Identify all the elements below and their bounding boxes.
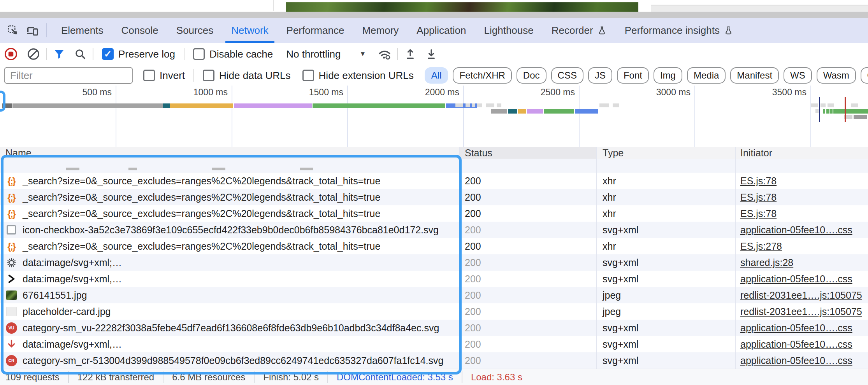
table-row[interactable]: data:image/svg+xml,…200svg+xmlapplicatio… xyxy=(0,271,868,287)
column-header-initiator[interactable]: Initiator xyxy=(740,147,772,159)
waterfall-segment xyxy=(575,109,598,114)
tab-application[interactable]: Application xyxy=(408,18,475,43)
filter-pill-media[interactable]: Media xyxy=(687,67,726,84)
filter-pill-all[interactable]: All xyxy=(425,67,448,84)
timeline-gridline xyxy=(347,86,348,147)
column-header-type[interactable]: Type xyxy=(603,147,624,159)
disable-cache-checkbox[interactable] xyxy=(193,48,205,60)
table-row[interactable]: _search?size=0&_source_excludes=ranges%2… xyxy=(0,173,868,189)
filter-pill-js[interactable]: JS xyxy=(588,67,612,84)
initiator-link[interactable]: ES.js:78 xyxy=(740,192,777,203)
filter-toggle-button[interactable] xyxy=(51,46,67,62)
tab-sources[interactable]: Sources xyxy=(167,18,222,43)
network-toolbar: Preserve log Disable cache No throttling… xyxy=(0,43,868,66)
filter-pill-wasm[interactable]: Wasm xyxy=(817,67,856,84)
network-conditions-button[interactable] xyxy=(377,46,392,62)
table-row[interactable]: placeholder-card.jpg200jpegredlist-2031e… xyxy=(0,303,868,320)
tab-network[interactable]: Network xyxy=(222,18,277,43)
request-status: 200 xyxy=(465,336,481,352)
initiator-link[interactable]: application-05fee10….css xyxy=(740,322,852,334)
dcl-marker-line xyxy=(819,97,820,122)
initiator-link[interactable]: ES.js:78 xyxy=(740,208,777,219)
import-har-button[interactable] xyxy=(402,46,418,62)
table-row[interactable]: _search?size=0&_source_excludes=ranges%2… xyxy=(0,205,868,222)
request-status: 200 xyxy=(465,271,481,287)
category-badge-icon: CR xyxy=(5,355,17,366)
throttling-value: No throttling xyxy=(286,48,341,60)
filter-pill-fetch-xhr[interactable]: Fetch/XHR xyxy=(453,67,511,84)
tab-recorder[interactable]: Recorder xyxy=(543,18,616,43)
column-resizer[interactable] xyxy=(596,147,597,369)
table-row[interactable]: _search?size=0&_source_excludes=ranges%2… xyxy=(0,189,868,205)
initiator-link[interactable]: application-05fee10….css xyxy=(740,339,852,350)
request-type: xhr xyxy=(603,238,616,254)
initiator-link[interactable]: ES.js:278 xyxy=(740,241,782,252)
tab-label: Network xyxy=(231,24,268,37)
filter-pill-manifest[interactable]: Manifest xyxy=(730,67,779,84)
record-button[interactable] xyxy=(3,46,19,62)
column-header-status[interactable]: Status xyxy=(465,147,492,159)
tab-console[interactable]: Console xyxy=(112,18,167,43)
waterfall-segment xyxy=(477,103,482,107)
waterfall-segment xyxy=(491,109,507,114)
tab-lighthouse[interactable]: Lighthouse xyxy=(475,18,543,43)
timeline-tick-label: 2500 ms xyxy=(517,87,575,98)
arrow-down-red-icon xyxy=(5,338,17,350)
timeline-tick-label: 3000 ms xyxy=(632,87,691,98)
filter-pill-ws[interactable]: WS xyxy=(784,67,812,84)
tab-elements[interactable]: Elements xyxy=(52,18,112,43)
initiator-link[interactable]: redlist-2031ee1….js:105075 xyxy=(740,290,862,301)
table-row[interactable]: icon-checkbox-3a52c3e73869f3e109c655ecfd… xyxy=(0,222,868,238)
clipped-row-text xyxy=(212,168,225,170)
hide-extension-urls-checkbox[interactable] xyxy=(302,70,314,81)
column-resizer[interactable] xyxy=(459,147,460,369)
filter-pill-img[interactable]: Img xyxy=(654,67,682,84)
filter-input[interactable] xyxy=(4,67,133,84)
export-har-button[interactable] xyxy=(423,46,439,62)
initiator-link[interactable]: application-05fee10….css xyxy=(740,355,852,366)
tab-performance[interactable]: Performance xyxy=(278,18,353,43)
hide-data-urls-checkbox[interactable] xyxy=(203,70,214,81)
initiator-link[interactable]: ES.js:78 xyxy=(740,175,777,187)
initiator-link[interactable]: shared.js:28 xyxy=(740,257,793,268)
filter-pill-font[interactable]: Font xyxy=(617,67,649,84)
table-row[interactable]: CRcategory-sm_cr-513004d399d988549578f0e… xyxy=(0,352,868,369)
filter-pill-doc[interactable]: Doc xyxy=(517,67,546,84)
network-statusbar: 109 requests122 kB transferred6.6 MB res… xyxy=(0,369,868,385)
webpage-strip xyxy=(0,0,868,12)
table-row[interactable]: data:image/svg+xml;…200svg+xmlshared.js:… xyxy=(0,254,868,271)
search-button[interactable] xyxy=(72,46,88,62)
initiator-link[interactable]: application-05fee10….css xyxy=(740,224,852,236)
waterfall-segment xyxy=(823,109,825,114)
column-header-name[interactable]: Name xyxy=(5,147,32,159)
preserve-log-checkbox[interactable] xyxy=(102,48,114,60)
initiator-link[interactable]: application-05fee10….css xyxy=(740,273,852,285)
devtools-drag-handle[interactable] xyxy=(0,12,868,18)
filter-pill-other[interactable]: Other xyxy=(861,67,868,84)
table-row[interactable]: data:image/svg+xml,…200svg+xmlapplicatio… xyxy=(0,336,868,352)
clear-button[interactable] xyxy=(26,46,41,62)
request-status: 200 xyxy=(465,287,481,303)
clipped-row-text xyxy=(66,168,79,170)
waterfall-segment xyxy=(2,103,12,108)
table-row[interactable]: _search?size=0&_source_excludes=ranges%2… xyxy=(0,238,868,254)
throttling-select[interactable]: No throttling ▼ xyxy=(286,48,366,60)
filter-pill-css[interactable]: CSS xyxy=(551,67,583,84)
table-row[interactable]: 676141551.jpg200jpegredlist-2031ee1….js:… xyxy=(0,287,868,303)
invert-checkbox[interactable] xyxy=(143,70,155,81)
table-row[interactable] xyxy=(0,159,868,173)
request-type: xhr xyxy=(603,205,616,222)
checkbox-doc-icon xyxy=(5,224,17,236)
network-overview[interactable]: 500 ms1000 ms1500 ms2000 ms2500 ms3000 m… xyxy=(0,86,868,147)
inspect-element-button[interactable] xyxy=(6,24,19,37)
flask-icon xyxy=(724,26,733,35)
table-row[interactable]: VUcategory-sm_vu-22282f3038a5febe45df7ea… xyxy=(0,320,868,336)
column-resizer[interactable] xyxy=(735,147,736,369)
waterfall-segment xyxy=(486,103,494,107)
initiator-link[interactable]: redlist-2031ee1….js:105075 xyxy=(740,306,862,317)
timeline-gridline xyxy=(232,86,232,147)
tab-performance-insights[interactable]: Performance insights xyxy=(616,18,742,43)
tab-memory[interactable]: Memory xyxy=(353,18,408,43)
waterfall-segment xyxy=(170,103,233,108)
device-toolbar-button[interactable] xyxy=(26,24,39,37)
